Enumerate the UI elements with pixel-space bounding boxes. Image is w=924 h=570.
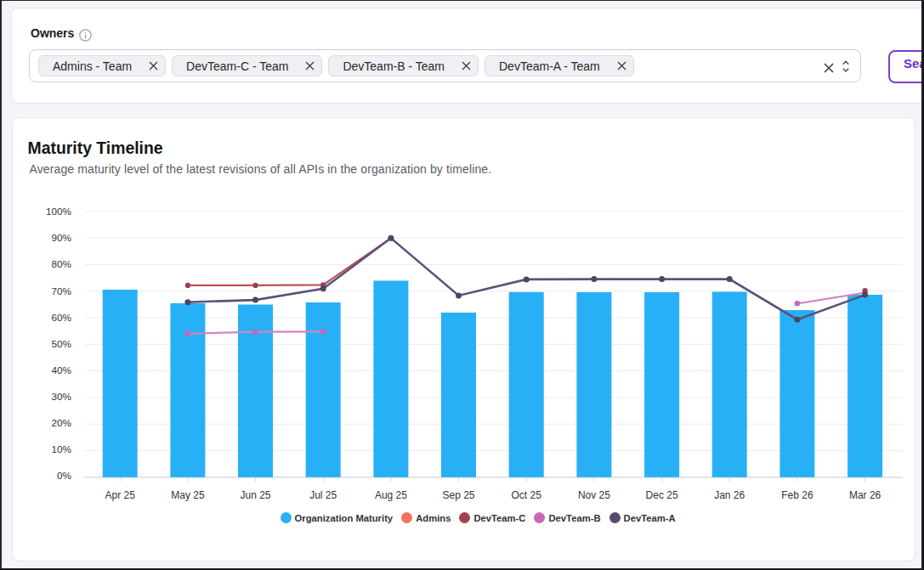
svg-text:Apr 25: Apr 25 [105,489,136,501]
svg-text:Mar 26: Mar 26 [849,489,881,501]
svg-text:40%: 40% [52,364,71,375]
svg-text:90%: 90% [52,232,71,243]
svg-text:30%: 30% [52,391,71,402]
svg-text:80%: 80% [52,258,71,269]
svg-text:0%: 0% [57,470,71,481]
svg-text:20%: 20% [52,417,71,428]
svg-text:Feb 26: Feb 26 [781,489,813,501]
svg-text:Oct 25: Oct 25 [512,489,542,501]
svg-text:10%: 10% [52,443,71,454]
svg-text:May 25: May 25 [171,489,205,501]
svg-text:Jun 25: Jun 25 [240,489,270,501]
svg-text:Jul 25: Jul 25 [309,489,337,501]
svg-text:Sep 25: Sep 25 [442,489,474,501]
svg-text:Jan 26: Jan 26 [714,489,745,501]
svg-text:70%: 70% [52,285,71,296]
svg-text:50%: 50% [52,338,71,349]
svg-text:Dec 25: Dec 25 [646,489,678,501]
svg-text:100%: 100% [46,206,71,217]
svg-text:60%: 60% [52,312,71,323]
svg-text:Aug 25: Aug 25 [375,489,407,501]
svg-text:Nov 25: Nov 25 [578,489,610,501]
